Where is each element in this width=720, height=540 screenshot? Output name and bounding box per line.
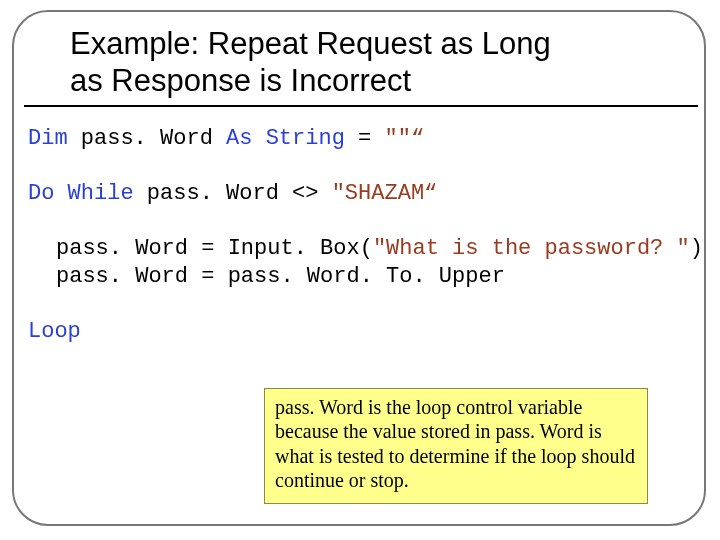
code-neq: <> [279, 181, 332, 206]
code-shazam: "SHAZAM“ [332, 181, 438, 206]
title-underline [24, 105, 698, 107]
title-block: Example: Repeat Request as Long as Respo… [70, 26, 630, 107]
code-inputbox: Input. Box( [228, 236, 373, 261]
code-empty-string: ""“ [384, 126, 424, 151]
kw-loop: Loop [28, 319, 81, 344]
kw-dim: Dim [28, 126, 68, 151]
code-prompt-string: "What is the password? " [373, 236, 690, 261]
code-closeparen: ) [690, 236, 703, 261]
code-var-decl: pass. Word [81, 126, 213, 151]
slide-frame: Example: Repeat Request as Long as Respo… [12, 10, 706, 526]
code-block: Dim pass. Word As String = ""“ Do While … [28, 125, 704, 345]
kw-as-string: As String [226, 126, 345, 151]
slide-title: Example: Repeat Request as Long as Respo… [70, 26, 630, 99]
callout-box: pass. Word is the loop control variable … [264, 388, 648, 504]
code-cond-var: pass. Word [147, 181, 279, 206]
code-eq: = [345, 126, 385, 151]
callout-text: pass. Word is the loop control variable … [275, 396, 635, 491]
title-line-1: Example: Repeat Request as Long [70, 26, 551, 61]
title-line-2: as Response is Incorrect [70, 63, 411, 98]
code-assign1-lhs: pass. Word = [56, 236, 228, 261]
code-assign2: pass. Word = pass. Word. To. Upper [56, 264, 505, 289]
kw-do-while: Do While [28, 181, 134, 206]
